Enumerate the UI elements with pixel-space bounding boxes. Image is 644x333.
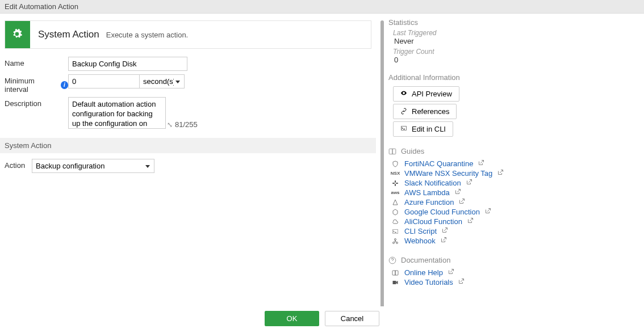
description-char-count: 81/255 [175,120,198,129]
interval-unit-select[interactable]: second(s) [139,74,185,88]
action-label: Action [5,159,32,170]
aws-icon: aws [391,190,400,195]
external-link-icon [467,217,474,226]
trigger-count-value: 0 [394,56,635,64]
external-link-icon [497,169,504,178]
guide-link-webhook[interactable]: Webhook [404,237,436,245]
external-link-icon [448,268,454,277]
cancel-button[interactable]: Cancel [325,311,379,326]
external-link-icon [458,278,465,286]
ok-button-label: OK [287,314,298,323]
description-textarea[interactable] [68,97,166,129]
guide-link-gcp[interactable]: Google Cloud Function [404,208,480,216]
trigger-count-label: Trigger Count [393,48,635,56]
references-button[interactable]: References [393,104,457,119]
webhook-icon [391,238,400,245]
cancel-button-label: Cancel [341,314,363,323]
guide-link-nsx[interactable]: VMWare NSX Security Tag [404,169,492,178]
description-label: Description [5,97,68,108]
header-description: Execute a system action. [106,31,189,39]
vertical-scrollbar[interactable] [380,14,385,306]
link-icon [400,107,407,116]
action-select[interactable]: Backup configuration [32,159,154,173]
nsx-icon: NSX [391,171,400,176]
eye-icon [400,90,407,98]
guide-link-cliscript[interactable]: CLI Script [404,227,437,235]
header-title: System Action [38,29,99,40]
last-triggered-label: Last Triggered [393,29,635,37]
guides-header: Guides [388,147,635,155]
min-interval-label-text: Minimum interval [5,77,58,94]
edit-in-cli-label: Edit in CLI [412,125,446,133]
help-icon [388,256,396,264]
edit-in-cli-button[interactable]: Edit in CLI [393,121,453,137]
name-input[interactable] [68,57,187,71]
guide-link-azure[interactable]: Azure Function [404,198,454,206]
doc-link-video[interactable]: Video Tutorials [404,278,453,286]
external-link-icon [478,159,484,168]
main-form-area: System Action Execute a system action. N… [0,14,380,306]
slack-icon [391,180,400,187]
guides-header-text: Guides [401,147,424,155]
min-interval-input[interactable] [68,74,140,88]
documentation-header-text: Documentation [401,256,450,264]
shield-icon [391,161,400,167]
min-interval-label: Minimum interval i [5,74,68,94]
header-card: System Action Execute a system action. [5,20,371,49]
name-label: Name [5,57,68,68]
footer: OK Cancel [0,306,644,333]
book-icon [388,147,396,155]
guide-link-fortinac[interactable]: FortiNAC Quarantine [404,159,473,168]
alicloud-icon [391,218,400,225]
api-preview-button[interactable]: API Preview [393,86,459,102]
external-link-icon [466,179,472,187]
azure-icon [391,199,400,206]
info-icon[interactable]: i [61,81,68,89]
gear-icon [5,21,30,48]
guide-link-slack[interactable]: Slack Notification [404,179,461,187]
cli-icon [391,228,400,235]
guide-link-alicloud[interactable]: AliCloud Function [404,217,462,226]
references-label: References [412,107,449,116]
gcp-icon [391,209,400,216]
docs-list: Online Help Video Tutorials [391,268,635,287]
external-link-icon [454,188,461,197]
window-title-text: Edit Automation Action [5,2,78,11]
documentation-header: Documentation [388,256,635,264]
ok-button[interactable]: OK [265,311,319,326]
resize-handle-icon[interactable]: ⤡ [167,121,173,129]
last-triggered-value: Never [394,37,635,45]
system-action-section-header: System Action [0,138,376,153]
api-preview-label: API Preview [412,90,452,98]
book-icon [391,269,400,276]
external-link-icon [440,237,447,245]
cli-icon [400,125,407,133]
video-icon [391,279,400,286]
guide-link-aws[interactable]: AWS Lambda [404,188,450,197]
window-title: Edit Automation Action [0,0,644,14]
external-link-icon [484,208,491,216]
side-panel: Statistics Last Triggered Never Trigger … [385,14,644,306]
external-link-icon [441,227,448,235]
external-link-icon [458,198,465,206]
statistics-header: Statistics [388,18,635,27]
guides-list: FortiNAC Quarantine NSXVMWare NSX Securi… [391,159,635,246]
doc-link-online-help[interactable]: Online Help [404,268,443,277]
additional-info-header: Additional Information [388,73,635,82]
